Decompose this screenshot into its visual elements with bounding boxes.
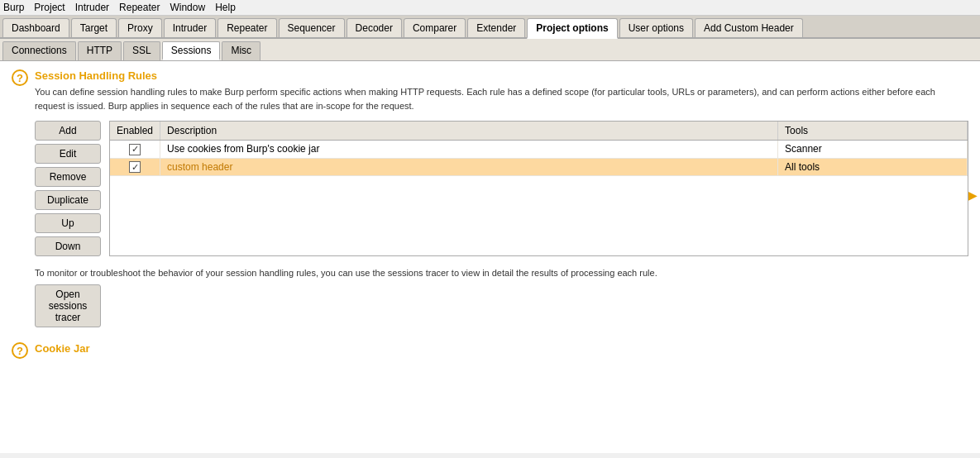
duplicate-button[interactable]: Duplicate	[35, 190, 101, 210]
edit-button[interactable]: Edit	[35, 144, 101, 164]
table-row[interactable]: ✓Use cookies from Burp's cookie jarScann…	[110, 141, 968, 159]
menu-project[interactable]: Project	[34, 2, 65, 13]
col-header-description: Description	[160, 122, 778, 141]
col-header-enabled: Enabled	[110, 122, 160, 141]
table-header-row: EnabledDescriptionTools	[110, 122, 968, 141]
rules-table: EnabledDescriptionTools ✓Use cookies fro…	[110, 122, 968, 176]
subtab-connections[interactable]: Connections	[2, 41, 76, 60]
menu-window[interactable]: Window	[170, 2, 205, 13]
up-button[interactable]: Up	[35, 213, 101, 233]
tab-extender[interactable]: Extender	[467, 18, 525, 37]
enabled-cell[interactable]: ✓	[110, 141, 160, 159]
subtab-sessions[interactable]: Sessions	[162, 41, 221, 60]
tab-comparer[interactable]: Comparer	[404, 18, 466, 37]
rules-table-area: AddEditRemoveDuplicateUpDown EnabledDesc…	[35, 121, 968, 256]
session-handling-title: Session Handling Rules	[35, 69, 944, 82]
tools-cell: All tools	[778, 158, 968, 176]
description-cell: Use cookies from Burp's cookie jar	[160, 141, 778, 159]
session-tracer-description: To monitor or troubleshoot the behavior …	[35, 268, 779, 278]
action-buttons: AddEditRemoveDuplicateUpDown	[35, 121, 101, 256]
main-content: ? Session Handling Rules You can define …	[0, 61, 980, 453]
subtab-http[interactable]: HTTP	[78, 41, 122, 60]
tab-target[interactable]: Target	[71, 18, 117, 37]
menu-intruder[interactable]: Intruder	[75, 2, 109, 13]
table-row[interactable]: ✓custom headerAll tools	[110, 158, 968, 176]
main-tab-bar: DashboardTargetProxyIntruderRepeaterSequ…	[0, 16, 980, 39]
description-cell: custom header	[160, 158, 778, 176]
session-handling-icon: ?	[12, 69, 28, 86]
menu-help[interactable]: Help	[215, 2, 236, 13]
checkbox[interactable]: ✓	[129, 144, 141, 155]
row-arrow-indicator: ▶	[968, 188, 978, 202]
tools-cell: Scanner	[778, 141, 968, 159]
menu-bar: Burp Project Intruder Repeater Window He…	[0, 0, 980, 16]
tab-sequencer[interactable]: Sequencer	[279, 18, 345, 37]
tab-add-custom-header[interactable]: Add Custom Header	[695, 18, 803, 37]
add-button[interactable]: Add	[35, 121, 101, 141]
tab-dashboard[interactable]: Dashboard	[2, 18, 69, 37]
tab-user-options[interactable]: User options	[619, 18, 693, 37]
remove-button[interactable]: Remove	[35, 167, 101, 187]
col-header-tools: Tools	[778, 122, 968, 141]
cookie-jar-title: Cookie Jar	[35, 342, 89, 355]
subtab-ssl[interactable]: SSL	[123, 41, 160, 60]
tab-project-options[interactable]: Project options	[527, 18, 617, 39]
enabled-cell[interactable]: ✓	[110, 158, 160, 176]
cookie-jar-icon: ?	[12, 342, 28, 359]
tab-intruder[interactable]: Intruder	[164, 18, 216, 37]
cookie-jar-section: ? Cookie Jar	[12, 342, 968, 359]
session-handling-description: You can define session handling rules to…	[35, 85, 944, 112]
subtab-misc[interactable]: Misc	[222, 41, 261, 60]
menu-burp[interactable]: Burp	[3, 2, 24, 13]
checkbox[interactable]: ✓	[129, 161, 141, 173]
tab-decoder[interactable]: Decoder	[347, 18, 402, 37]
sub-tab-bar: ConnectionsHTTPSSLSessionsMisc	[0, 39, 980, 61]
session-handling-section: ? Session Handling Rules You can define …	[12, 69, 968, 112]
menu-repeater[interactable]: Repeater	[119, 2, 160, 13]
down-button[interactable]: Down	[35, 236, 101, 256]
open-sessions-tracer-button[interactable]: Open sessions tracer	[35, 284, 101, 327]
tab-repeater[interactable]: Repeater	[218, 18, 276, 37]
rules-table-container: EnabledDescriptionTools ✓Use cookies fro…	[109, 121, 968, 256]
tab-proxy[interactable]: Proxy	[118, 18, 162, 37]
